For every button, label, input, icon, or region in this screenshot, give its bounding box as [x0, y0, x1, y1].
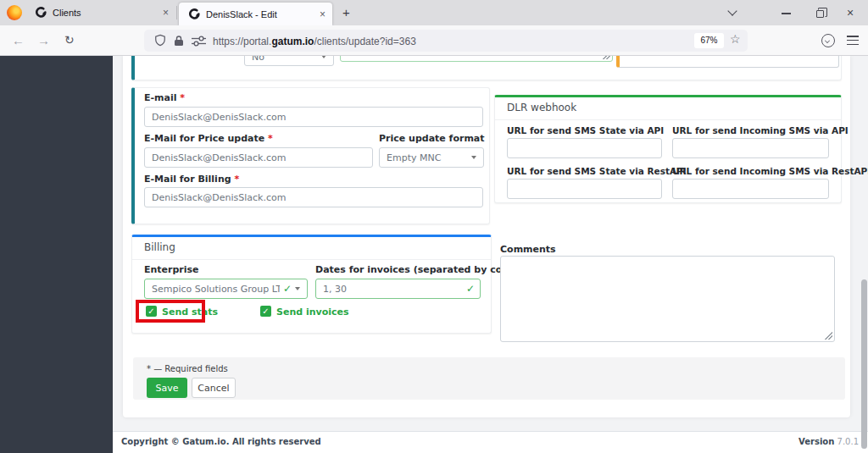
required-asterisk: * — [234, 174, 239, 185]
chevron-down-icon — [295, 287, 300, 290]
required-asterisk: * — [268, 133, 273, 144]
dlr-field-label: URL for send SMS State via API — [507, 125, 664, 135]
menu-hamburger-icon[interactable] — [847, 36, 859, 45]
send-invoices-checkbox[interactable]: ✓ — [260, 306, 271, 317]
resize-grip-icon — [824, 331, 832, 340]
version-text: Version 7.0.1 — [798, 437, 859, 446]
price-update-format-select[interactable]: Empty MNC — [379, 147, 484, 168]
comments-textarea[interactable] — [500, 256, 835, 342]
billing-title: Billing — [144, 241, 175, 253]
enterprise-value: Sempico Solutions Group LTD — [152, 284, 280, 295]
dlr-field-label: URL for send Incoming SMS via API — [672, 125, 849, 135]
dlr-webhook-title: DLR webhook — [507, 102, 576, 113]
invoice-dates-wrap: ✓ — [315, 279, 481, 299]
valid-check-icon: ✓ — [466, 284, 475, 294]
price-update-email-label: E-Mail for Price update * — [144, 133, 273, 144]
divider — [495, 119, 841, 120]
browser-chrome: Clients × DenisSlack - Edit × + × ← → ↻ — [0, 0, 868, 56]
chevron-down-icon — [471, 156, 476, 159]
dlr-incoming-sms-restapi-input[interactable] — [672, 179, 829, 199]
browser-window: No E-mail * E-Mail for Price update * Pr… — [0, 0, 868, 453]
red-highlight-annotation — [136, 300, 205, 323]
forward-icon[interactable]: → — [37, 33, 50, 47]
scrollbar-thumb[interactable] — [861, 279, 867, 449]
dlr-incoming-sms-api-input[interactable] — [672, 138, 829, 158]
bookmark-star-icon[interactable]: ☆ — [730, 32, 741, 46]
price-update-email-input[interactable] — [144, 147, 373, 168]
dlr-field-label: URL for send SMS State via RestAPI — [507, 166, 687, 176]
send-invoices-label: Send invoices — [276, 307, 349, 318]
minimize-window-icon[interactable] — [782, 13, 791, 14]
email-label: E-mail * — [144, 92, 185, 103]
dlr-sms-state-api-input[interactable] — [507, 138, 662, 158]
back-icon[interactable]: ← — [12, 33, 25, 47]
price-update-format-value: Empty MNC — [387, 152, 468, 163]
pocket-icon[interactable] — [821, 34, 835, 47]
cancel-button[interactable]: Cancel — [192, 378, 236, 398]
lock-icon[interactable] — [174, 35, 184, 47]
dlr-sms-state-restapi-input[interactable] — [507, 179, 662, 199]
close-tab-icon[interactable]: × — [320, 8, 326, 20]
required-asterisk: * — [180, 92, 185, 103]
firefox-logo-icon[interactable] — [7, 5, 22, 20]
save-button[interactable]: Save — [147, 378, 187, 398]
price-update-format-label: Price update format — [379, 133, 485, 144]
zoom-level-indicator[interactable]: 67% — [694, 33, 724, 48]
gatum-favicon-icon — [36, 7, 47, 18]
email-input[interactable] — [144, 107, 483, 127]
tab-title: Clients — [53, 8, 81, 18]
url-text[interactable]: https://portal.gatum.io/clients/update?i… — [213, 36, 416, 47]
close-tab-icon[interactable]: × — [163, 7, 169, 19]
permissions-sliders-icon[interactable] — [192, 36, 206, 47]
shield-icon[interactable] — [154, 34, 166, 47]
billing-email-label: E-Mail for Billing * — [144, 174, 239, 185]
copyright-text: Copyright © Gatum.io. All rights reserve… — [121, 437, 321, 446]
restore-window-icon[interactable] — [816, 10, 824, 18]
comments-label: Comments — [500, 244, 556, 255]
enterprise-select[interactable]: Sempico Solutions Group LTD ✓ — [144, 279, 308, 299]
required-fields-note: * — Required fields — [147, 364, 228, 373]
tab-title: DenisSlack - Edit — [206, 9, 277, 19]
invoice-dates-input[interactable] — [315, 279, 481, 299]
new-tab-button[interactable]: + — [342, 5, 350, 19]
enterprise-label: Enterprise — [144, 264, 199, 275]
valid-check-icon: ✓ — [283, 284, 292, 294]
form-actions-strip — [133, 357, 845, 400]
tab-separator — [176, 6, 177, 19]
tab-clients[interactable] — [25, 0, 176, 25]
close-window-icon[interactable]: × — [847, 6, 854, 19]
app-sidebar-collapsed[interactable] — [0, 56, 113, 453]
divider — [132, 259, 491, 260]
gatum-favicon-icon — [189, 8, 200, 19]
billing-email-input[interactable] — [144, 187, 483, 207]
reload-icon[interactable]: ↻ — [64, 33, 75, 47]
dlr-field-label: URL for send Incoming SMS via RestAPI — [672, 166, 868, 176]
url-domain: gatum.io — [271, 36, 314, 47]
